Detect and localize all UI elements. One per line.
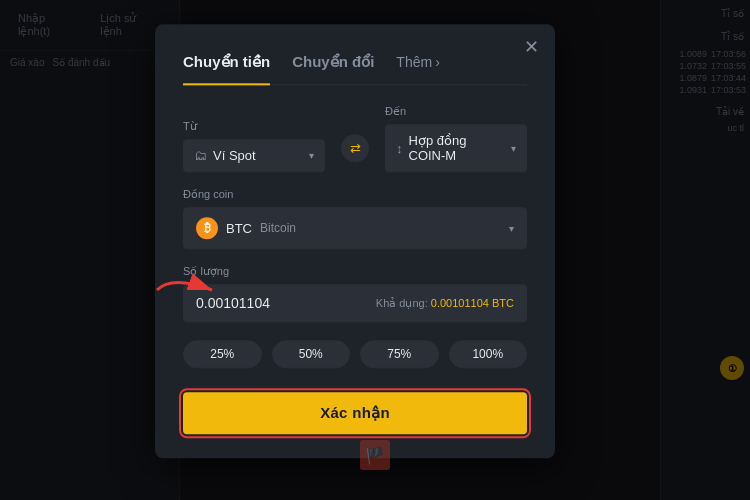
from-chevron-icon: ▾ <box>309 150 314 161</box>
confirm-wrap: Xác nhận <box>183 392 527 434</box>
percent-25-button[interactable]: 25% <box>183 340 262 368</box>
to-label: Đến <box>385 105 527 118</box>
swap-wrap: ⇄ <box>341 134 369 172</box>
tab-convert[interactable]: Chuyển đổi <box>292 53 374 85</box>
amount-label: Số lượng <box>183 265 527 278</box>
coin-symbol: BTC <box>226 221 252 236</box>
swap-icon[interactable]: ⇄ <box>341 134 369 162</box>
amount-input[interactable] <box>196 295 376 311</box>
confirm-button[interactable]: Xác nhận <box>183 392 527 434</box>
from-label: Từ <box>183 120 325 133</box>
contract-icon: ↕ <box>396 141 403 156</box>
available-display: Khả dụng: 0.00101104 BTC <box>376 297 514 310</box>
to-value: Hợp đồng COIN-M <box>409 133 506 163</box>
modal-tabs: Chuyển tiền Chuyển đổi Thêm › <box>183 52 527 85</box>
tab-transfer[interactable]: Chuyển tiền <box>183 53 270 85</box>
coin-label: Đồng coin <box>183 188 527 201</box>
percent-100-button[interactable]: 100% <box>449 340 528 368</box>
wallet-icon: 🗂 <box>194 148 207 163</box>
amount-input-wrapper: Khả dụng: 0.00101104 BTC <box>183 284 527 322</box>
percent-50-button[interactable]: 50% <box>272 340 351 368</box>
transfer-modal: ✕ Chuyển tiền Chuyển đổi Thêm › Từ 🗂 Ví … <box>155 24 555 458</box>
to-select[interactable]: ↕ Hợp đồng COIN-M ▾ <box>385 124 527 172</box>
from-select[interactable]: 🗂 Ví Spot ▾ <box>183 139 325 172</box>
btc-icon: ₿ <box>196 217 218 239</box>
tab-more[interactable]: Thêm › <box>396 54 439 82</box>
from-value: Ví Spot <box>213 148 303 163</box>
percent-75-button[interactable]: 75% <box>360 340 439 368</box>
from-group: Từ 🗂 Ví Spot ▾ <box>183 120 325 172</box>
coin-group: Đồng coin ₿ BTC Bitcoin ▾ <box>183 188 527 249</box>
available-value: 0.00101104 BTC <box>431 297 514 309</box>
to-group: Đến ↕ Hợp đồng COIN-M ▾ <box>385 105 527 172</box>
coin-fullname: Bitcoin <box>260 221 296 235</box>
to-chevron-icon: ▾ <box>511 143 516 154</box>
percent-row: 25% 50% 75% 100% <box>183 340 527 368</box>
coin-select[interactable]: ₿ BTC Bitcoin ▾ <box>183 207 527 249</box>
available-label: Khả dụng: <box>376 297 428 309</box>
amount-group: Số lượng Khả dụng: 0.00101104 BTC <box>183 265 527 322</box>
from-to-row: Từ 🗂 Ví Spot ▾ ⇄ Đến ↕ Hợp đồng COIN-M ▾ <box>183 105 527 172</box>
coin-chevron-icon: ▾ <box>509 223 514 234</box>
close-button[interactable]: ✕ <box>524 38 539 56</box>
